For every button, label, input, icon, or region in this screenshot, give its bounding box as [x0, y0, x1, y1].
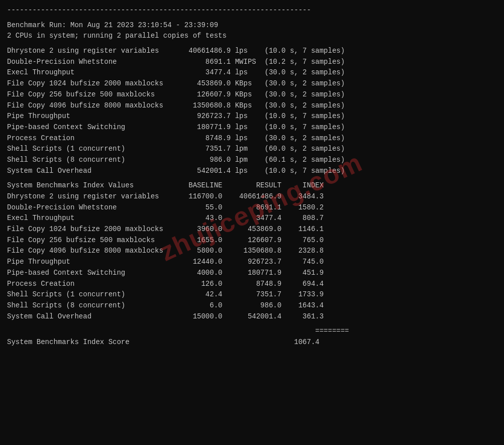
benchmark-row: Execl Throughput 3477.4 lps (30.0 s, 2 s…	[7, 67, 497, 78]
index-table: System Benchmarks Index Values BASELINE …	[7, 180, 497, 322]
benchmark-row: File Copy 256 bufsize 500 maxblocks 1266…	[7, 89, 497, 100]
header-line2: 2 CPUs in system; running 2 parallel cop…	[7, 31, 497, 42]
final-score-row: System Benchmarks Index Score 1067.4	[7, 337, 497, 348]
sep-line: ----------------------------------------…	[7, 5, 497, 16]
index-row: Shell Scripts (8 concurrent) 6.0 986.0 1…	[7, 300, 497, 311]
benchmark-row: File Copy 4096 bufsize 8000 maxblocks 13…	[7, 100, 497, 112]
benchmark-row: Pipe-based Context Switching 180771.9 lp…	[7, 122, 497, 133]
index-row: Pipe-based Context Switching 4000.0 1807…	[7, 268, 497, 279]
benchmark-row: Double-Precision Whetstone 8691.1 MWIPS …	[7, 57, 497, 68]
benchmark-results: Dhrystone 2 using register variables 406…	[7, 46, 497, 176]
score-separator: ========	[7, 326, 497, 337]
header-line1: Benchmark Run: Mon Aug 21 2023 23:10:54 …	[7, 20, 497, 31]
index-row: File Copy 1024 bufsize 2000 maxblocks 39…	[7, 224, 497, 235]
header-section: Benchmark Run: Mon Aug 21 2023 23:10:54 …	[7, 20, 497, 42]
benchmark-row: Process Creation 8748.9 lps (30.0 s, 2 s…	[7, 133, 497, 144]
benchmark-row: Shell Scripts (8 concurrent) 986.0 lpm (…	[7, 155, 497, 166]
index-row: Shell Scripts (1 concurrent) 42.4 7351.7…	[7, 289, 497, 300]
benchmark-row: File Copy 1024 bufsize 2000 maxblocks 45…	[7, 78, 497, 89]
index-row: Double-Precision Whetstone 55.0 8691.1 1…	[7, 202, 497, 213]
index-table-header: System Benchmarks Index Values BASELINE …	[7, 180, 497, 191]
index-row: Process Creation 126.0 8748.9 694.4	[7, 279, 497, 290]
separator-top: ----------------------------------------…	[7, 5, 497, 16]
terminal-content: ----------------------------------------…	[7, 5, 497, 348]
benchmark-row: Shell Scripts (1 concurrent) 7351.7 lpm …	[7, 144, 497, 155]
index-row: System Call Overhead 15000.0 542001.4 36…	[7, 311, 497, 322]
benchmark-row: System Call Overhead 542001.4 lps (10.0 …	[7, 166, 497, 177]
score-section: ========System Benchmarks Index Score 10…	[7, 326, 497, 348]
index-row: File Copy 256 bufsize 500 maxblocks 1655…	[7, 235, 497, 246]
index-row: Execl Throughput 43.0 3477.4 808.7	[7, 213, 497, 224]
index-row: File Copy 4096 bufsize 8000 maxblocks 58…	[7, 246, 497, 257]
benchmark-row: Dhrystone 2 using register variables 406…	[7, 46, 497, 57]
benchmark-row: Pipe Throughput 926723.7 lps (10.0 s, 7 …	[7, 111, 497, 122]
index-row: Dhrystone 2 using register variables 116…	[7, 191, 497, 202]
index-row: Pipe Throughput 12440.0 926723.7 745.0	[7, 257, 497, 268]
